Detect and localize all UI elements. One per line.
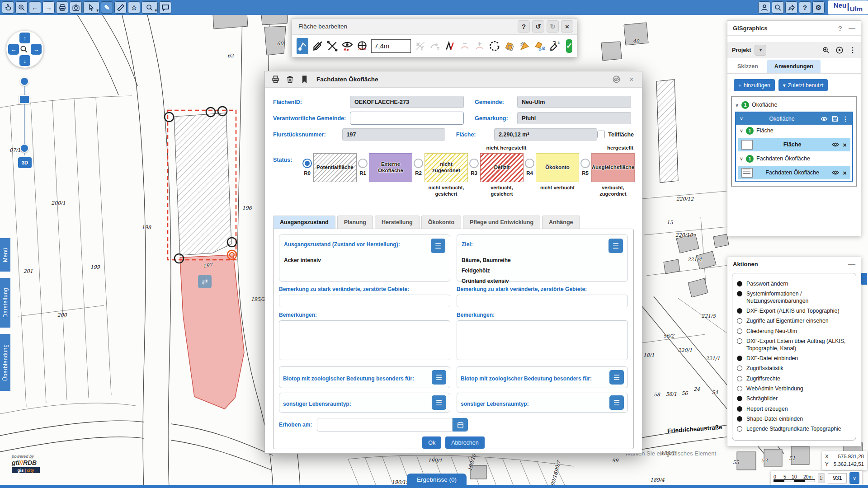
left-tab-darstellung[interactable]: Darstellung: [0, 278, 10, 328]
parallel-tool-icon[interactable]: [429, 39, 441, 53]
dialog-tab[interactable]: Ökokonto: [421, 216, 461, 229]
history-forward-button[interactable]: →: [42, 1, 55, 14]
view-3d-button[interactable]: 3D: [18, 157, 32, 168]
history-back-button[interactable]: ←: [29, 1, 41, 14]
settings-button[interactable]: ⚙: [812, 1, 825, 14]
action-item[interactable]: DXF-Datei einbinden: [737, 355, 851, 362]
scale-dropdown-button[interactable]: ∨: [849, 472, 859, 484]
project-menu-icon[interactable]: ⋮: [849, 46, 856, 54]
sidebar-help-icon[interactable]: ?: [838, 24, 842, 32]
tree-group-flaeche[interactable]: ∨ 1 Fläche: [739, 125, 852, 136]
tree-group-oekoflaeche[interactable]: ∨ 1 Ökofläche: [734, 99, 854, 111]
scale-ratio-input[interactable]: [828, 473, 847, 483]
pan-right-button[interactable]: →: [31, 44, 42, 55]
left-tab-menue[interactable]: Menü: [0, 238, 10, 272]
dialog-tab[interactable]: Anhänge: [542, 216, 580, 229]
tree-collapse-icon[interactable]: ∨: [735, 102, 739, 108]
search-dropdown-icon[interactable]: ▾: [155, 8, 157, 13]
edit-toolbar-header[interactable]: Fläche bearbeiten ? ↺ ↻ ×: [292, 19, 577, 35]
action-item[interactable]: Zugriffe auf Eigentümer einsehen: [737, 318, 851, 324]
dialog-tab[interactable]: Ausgangszustand: [273, 216, 335, 229]
action-item[interactable]: WebAdmin Verbindung: [737, 385, 851, 392]
area-combine-tool-icon[interactable]: [504, 39, 515, 53]
no-snap-tool-icon[interactable]: [311, 39, 323, 53]
status-radio-r1[interactable]: [358, 159, 368, 168]
arc-remove-tool-icon[interactable]: [459, 39, 471, 53]
redo-button[interactable]: ↻: [547, 20, 559, 33]
pan-left-button[interactable]: ←: [8, 44, 19, 55]
ok-button[interactable]: Ok: [422, 436, 441, 449]
results-tab[interactable]: Ergebnisse (0): [407, 474, 467, 485]
action-item[interactable]: Passwort ändern: [737, 281, 851, 287]
favorites-button[interactable]: ☆: [128, 1, 140, 14]
visibility-options-tool-icon[interactable]: [341, 39, 353, 53]
ausgangszustand-list-button[interactable]: ☰: [431, 239, 445, 253]
status-radio-r4[interactable]: [525, 159, 534, 168]
arc-add-tool-icon[interactable]: [474, 39, 486, 53]
status-radio-r5[interactable]: [580, 159, 590, 168]
item-visibility-icon[interactable]: [832, 141, 839, 148]
xy-input-tool-icon[interactable]: [414, 39, 426, 53]
recently-used-button[interactable]: ▾Zuletzt benutzt: [778, 79, 828, 91]
area-split-tool-icon[interactable]: [519, 39, 530, 53]
dialog-print-icon[interactable]: [270, 75, 280, 84]
item-visibility-icon[interactable]: [832, 169, 839, 176]
circle-segment-tool-icon[interactable]: [489, 39, 500, 53]
snap-edit-tool-icon[interactable]: [297, 38, 308, 54]
tree-collapse-icon[interactable]: ∨: [740, 156, 743, 162]
add-layer-button[interactable]: +hinzufügen: [734, 79, 775, 91]
search-tool-button[interactable]: ▾: [142, 1, 158, 14]
annotate-tool-icon[interactable]: BA: [548, 39, 560, 53]
polyline-tool-icon[interactable]: [444, 39, 456, 53]
global-search-button[interactable]: [772, 1, 784, 14]
bemerkung-gebiete-input-left[interactable]: [279, 295, 450, 307]
pan-hand-button[interactable]: [2, 1, 14, 14]
teilflaeche-checkbox[interactable]: [597, 131, 605, 138]
project-dropdown-button[interactable]: ▾: [755, 45, 766, 56]
confirm-edit-button[interactable]: ✓: [566, 39, 572, 53]
pan-down-button[interactable]: ↓: [19, 55, 30, 66]
tree-item-fachdaten[interactable]: Fachdaten Ökofläche ×: [738, 166, 850, 179]
action-item[interactable]: Legende Stadtgrundkarte Topographie: [737, 426, 851, 432]
sidebar-minimize-icon[interactable]: —: [849, 24, 855, 32]
zoom-slider-handle[interactable]: [19, 95, 30, 104]
action-item[interactable]: Systeminformationen / Nutzungsvereinbaru…: [737, 291, 851, 305]
comment-button[interactable]: [159, 1, 171, 14]
action-item[interactable]: Zugriffsstatistik: [737, 365, 851, 372]
action-item[interactable]: DXF-Export Extern über Auftrag (ALKIS, T…: [737, 338, 851, 352]
zoom-in-button[interactable]: [15, 1, 28, 14]
print-button[interactable]: [56, 1, 68, 14]
auto-center-tool-icon[interactable]: AUTO: [356, 39, 368, 53]
project-visibility-icon[interactable]: [835, 46, 844, 54]
layer-panel-header[interactable]: ∨ Ökofläche ⋮: [736, 113, 852, 125]
delete-vertex-tool-icon[interactable]: [326, 39, 338, 53]
zoom-slider-plus[interactable]: [20, 77, 29, 86]
lebensraum-list-button-left[interactable]: ☰: [432, 395, 446, 410]
zoom-slider-minus[interactable]: [20, 144, 29, 153]
pan-center-zoom-button[interactable]: [19, 44, 30, 55]
action-item[interactable]: Shape-Datei einbinden: [737, 416, 851, 422]
dialog-tab[interactable]: Pflege und Entwicklung: [463, 216, 540, 229]
action-item[interactable]: DXF-Export (ALKIS und Topographie): [737, 308, 851, 314]
help-button[interactable]: ?: [799, 1, 811, 14]
screenshot-button[interactable]: [70, 1, 82, 14]
layer-save-icon[interactable]: [831, 115, 839, 122]
status-radio-r3[interactable]: [469, 159, 479, 168]
ziel-list-button[interactable]: ☰: [609, 239, 623, 253]
panel-collapse-handle[interactable]: [861, 273, 867, 285]
biotop-list-button-right[interactable]: ☰: [609, 370, 624, 385]
biotop-list-button-left[interactable]: ☰: [432, 370, 446, 385]
tree-collapse-icon[interactable]: ∨: [740, 128, 743, 134]
pan-up-button[interactable]: ↑: [19, 33, 30, 43]
edit-toolbar-close-button[interactable]: ×: [561, 20, 573, 33]
sidebar-tab[interactable]: Skizzen: [730, 60, 765, 73]
tree-group-fachdaten[interactable]: ∨ 1 Fachdaten Ökofläche: [739, 153, 852, 164]
dialog-delete-icon[interactable]: [285, 75, 295, 84]
item-remove-icon[interactable]: ×: [843, 169, 847, 177]
calendar-button[interactable]: [453, 418, 468, 432]
bemerkung-gebiete-input-right[interactable]: [457, 295, 628, 307]
dialog-bookmark-icon[interactable]: [299, 75, 309, 84]
verantwortliche-gemeinde-input[interactable]: [350, 112, 464, 125]
dialog-tab[interactable]: Planung: [337, 216, 373, 229]
lebensraum-list-button-right[interactable]: ☰: [609, 395, 624, 410]
